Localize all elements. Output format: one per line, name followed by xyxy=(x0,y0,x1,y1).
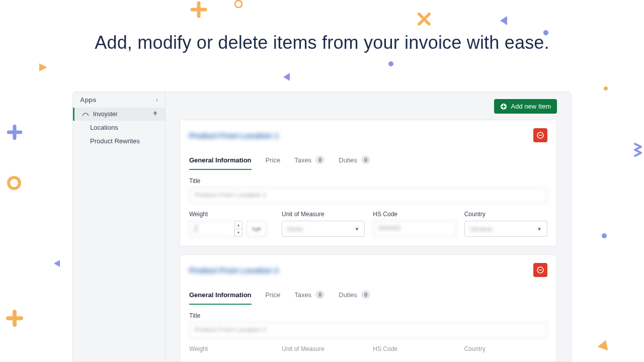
chevron-down-icon: ▼ xyxy=(354,226,359,232)
uom-select[interactable]: None ▼ xyxy=(282,221,365,237)
uom-label: Unit of Measure xyxy=(282,211,365,218)
weight-label: Weight xyxy=(189,345,274,352)
svg-point-0 xyxy=(235,1,242,8)
toolbar: Add new Item xyxy=(180,99,557,114)
svg-marker-5 xyxy=(283,73,290,81)
item-tabs: General Information Price Taxes 0 Duties… xyxy=(189,151,547,170)
tab-duties[interactable]: Duties 0 xyxy=(339,151,370,170)
weight-unit-select[interactable]: kg▾ xyxy=(247,221,267,237)
tab-label: Duties xyxy=(339,156,357,164)
svg-rect-8 xyxy=(604,86,608,90)
hs-code-input[interactable]: 000000 xyxy=(373,221,456,237)
tab-general-information[interactable]: General Information xyxy=(189,287,252,305)
remove-icon xyxy=(537,132,544,139)
taxes-count-badge: 0 xyxy=(315,155,325,164)
title-input[interactable]: Product From Location 2 xyxy=(189,322,547,338)
sidebar-item-invoyster[interactable]: Invoyster xyxy=(73,108,165,121)
sidebar-header[interactable]: Apps › xyxy=(73,92,165,108)
weight-stepper[interactable]: 2 ▲ ▼ xyxy=(189,221,243,237)
app-frame: Apps › Invoyster Locations Product Rewri… xyxy=(72,92,572,362)
svg-point-4 xyxy=(9,177,20,189)
tab-price[interactable]: Price xyxy=(266,152,281,170)
country-label: Country xyxy=(464,211,547,218)
tab-label: Duties xyxy=(339,291,357,299)
duties-count-badge: 0 xyxy=(361,290,370,299)
add-icon xyxy=(500,103,507,110)
item-title-blurred: Product From Location 2 xyxy=(189,266,279,275)
add-button-label: Add new Item xyxy=(511,103,551,110)
chevron-down-icon: ▼ xyxy=(537,226,542,232)
sidebar-item-locations[interactable]: Locations xyxy=(73,121,165,134)
taxes-count-badge: 0 xyxy=(315,290,325,299)
weight-label: Weight xyxy=(189,211,274,218)
hs-label: HS Code xyxy=(373,345,456,352)
tab-label: General Information xyxy=(189,291,252,299)
country-label: Country xyxy=(464,345,547,352)
tab-label: Price xyxy=(266,156,281,164)
title-input[interactable]: Product From Location 1 xyxy=(189,188,547,204)
tab-label: Taxes xyxy=(294,291,311,299)
page-headline: Add, modify or delete items from your in… xyxy=(0,32,644,53)
item-tabs: General Information Price Taxes 0 Duties… xyxy=(189,286,547,305)
pin-icon[interactable] xyxy=(152,111,158,118)
sidebar-item-product-rewrites[interactable]: Product Rewrites xyxy=(73,134,165,148)
sidebar: Apps › Invoyster Locations Product Rewri… xyxy=(73,92,166,361)
country-select[interactable]: Ukraine ▼ xyxy=(464,221,547,237)
step-up-icon[interactable]: ▲ xyxy=(235,221,242,229)
uom-label: Unit of Measure xyxy=(282,345,365,352)
remove-icon xyxy=(537,266,544,274)
svg-point-9 xyxy=(602,233,607,238)
svg-marker-10 xyxy=(598,338,611,350)
invoice-item-card: Product From Location 1 General Informat… xyxy=(180,120,557,246)
app-icon xyxy=(82,112,89,117)
svg-marker-7 xyxy=(54,260,60,267)
delete-item-button[interactable] xyxy=(533,128,547,142)
tab-taxes[interactable]: Taxes 0 xyxy=(294,286,325,305)
title-label: Title xyxy=(189,312,547,319)
invoice-item-card: Product From Location 2 General Informat… xyxy=(180,254,557,361)
sidebar-header-label: Apps xyxy=(80,96,97,104)
tab-general-information[interactable]: General Information xyxy=(189,152,252,170)
svg-marker-1 xyxy=(500,16,507,25)
sidebar-item-label: Locations xyxy=(90,124,118,131)
tab-price[interactable]: Price xyxy=(266,287,281,305)
item-title-blurred: Product From Location 1 xyxy=(189,131,279,140)
tab-label: General Information xyxy=(189,156,252,164)
delete-item-button[interactable] xyxy=(533,263,547,277)
step-down-icon[interactable]: ▼ xyxy=(235,229,242,237)
sidebar-item-label: Invoyster xyxy=(93,111,118,118)
svg-marker-3 xyxy=(39,63,47,71)
main-content: Add new Item Product From Location 1 Gen… xyxy=(166,92,571,361)
duties-count-badge: 0 xyxy=(361,155,370,164)
hs-label: HS Code xyxy=(373,211,456,218)
svg-point-6 xyxy=(388,61,393,66)
tab-label: Taxes xyxy=(294,156,311,164)
tab-taxes[interactable]: Taxes 0 xyxy=(294,151,325,170)
sidebar-item-label: Product Rewrites xyxy=(90,137,140,145)
add-new-item-button[interactable]: Add new Item xyxy=(494,99,557,114)
title-label: Title xyxy=(189,177,547,185)
tab-duties[interactable]: Duties 0 xyxy=(339,286,370,305)
chevron-right-icon: › xyxy=(156,96,158,104)
tab-label: Price xyxy=(266,291,281,299)
